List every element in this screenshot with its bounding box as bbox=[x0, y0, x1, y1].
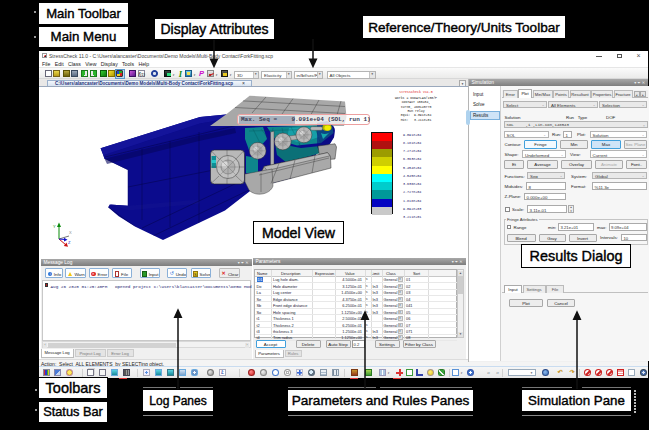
svg-text:X: X bbox=[69, 230, 72, 235]
svg-text:Y: Y bbox=[53, 224, 56, 229]
svg-text:Z: Z bbox=[68, 240, 71, 245]
